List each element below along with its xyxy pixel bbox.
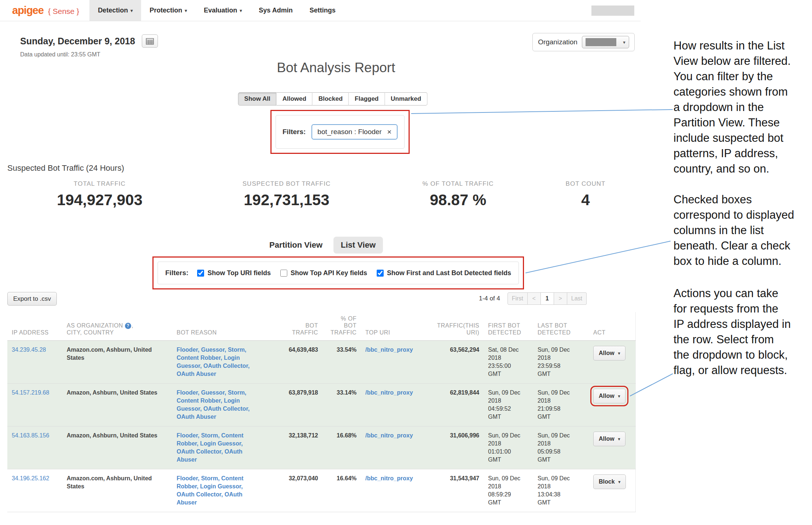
table-row: 34.196.25.162Amazon.com, Ashburn, United…	[7, 469, 635, 512]
bot-reason-link[interactable]: OAuth Collector,	[177, 448, 223, 455]
action-label: Block	[599, 478, 615, 485]
pagination-page-button[interactable]: 1	[541, 292, 554, 305]
column-filter-show-first-and-last-bot-detected-fields[interactable]: Show First and Last Bot Detected fields	[377, 269, 511, 277]
bot-reason-link[interactable]: OAuth Abuser	[177, 371, 216, 377]
pagination-next-button[interactable]: >	[554, 292, 567, 305]
action-dropdown[interactable]: Allow▾	[593, 432, 625, 446]
page: apigee { Sense } Detection▾Protection▾Ev…	[0, 0, 812, 525]
col-header-first-bot-detected: FIRST BOTDETECTED	[484, 312, 533, 341]
nav-item-evaluation[interactable]: Evaluation▾	[195, 0, 250, 21]
checkbox-show-first-and-last-bot-detected-fields[interactable]	[377, 270, 384, 277]
top-uri-cell: /bbc_nitro_proxy	[361, 426, 429, 469]
bot-reason-link[interactable]: Content Robber,	[177, 398, 222, 404]
ip-address-link[interactable]: 34.239.45.28	[12, 347, 46, 353]
bot-reason-cell: Flooder, Guessor, Storm, Content Robber,…	[172, 341, 262, 384]
tab-list-view[interactable]: List View	[333, 237, 383, 254]
nav-item-sys-admin[interactable]: Sys Admin	[250, 0, 301, 21]
table-header-row: IP ADDRESSAS ORGANIZATION?,CITY, COUNTRY…	[7, 312, 635, 341]
tab-flagged[interactable]: Flagged	[349, 92, 385, 106]
bot-reason-link[interactable]: OAuth Abuser	[177, 414, 216, 420]
info-icon[interactable]: ?	[125, 323, 131, 329]
col-header-as-organization-city-country: AS ORGANIZATION?,CITY, COUNTRY	[62, 312, 172, 341]
ip-address-link[interactable]: 54.157.219.68	[12, 389, 49, 396]
bot-reason-link[interactable]: Flooder,	[177, 347, 199, 353]
pagination-first-button[interactable]: First	[508, 292, 528, 305]
tab-allowed[interactable]: Allowed	[277, 92, 313, 106]
organization-label: Organization	[538, 38, 577, 46]
redacted-user-info	[591, 5, 634, 16]
action-label: Allow	[599, 436, 614, 442]
bot-traffic-cell: 32,073,040	[262, 469, 322, 512]
action-dropdown[interactable]: Block▾	[593, 474, 626, 489]
tab-unmarked[interactable]: Unmarked	[385, 92, 427, 106]
nav-item-detection[interactable]: Detection▾	[89, 0, 141, 21]
tab-blocked[interactable]: Blocked	[313, 92, 349, 106]
organization-dropdown[interactable]: ▾	[582, 36, 629, 48]
action-dropdown[interactable]: Allow▾	[593, 389, 625, 403]
bot-reason-link[interactable]: Storm,	[228, 347, 247, 353]
bot-reason-link[interactable]: Flooder,	[177, 432, 199, 439]
data-updated-note: Data updated until: 23:55 GMT	[20, 51, 158, 58]
bot-reason-cell: Flooder, Storm, Content Robber, Login Gu…	[172, 426, 262, 469]
last-bot-detected-cell: Sun, 09 Dec 2018 13:04:38 GMT	[533, 469, 589, 512]
checkbox-label: Show First and Last Bot Detected fields	[387, 269, 511, 277]
bot-reason-link[interactable]: Flooder,	[177, 389, 199, 396]
calendar-button[interactable]	[142, 34, 158, 48]
tab-show-all[interactable]: Show All	[238, 92, 277, 106]
ip-address-cell: 54.163.85.156	[7, 426, 62, 469]
ip-address-link[interactable]: 54.163.85.156	[12, 432, 49, 439]
bot-reason-link[interactable]: Content Robber,	[177, 355, 222, 361]
checkbox-show-top-api-key-fields[interactable]	[280, 270, 287, 277]
bot-reason-link[interactable]: OAuth Collector,	[177, 491, 223, 498]
first-bot-detected-cell: Sun, 09 Dec 2018 04:59:52 GMT	[484, 384, 533, 426]
top-uri-link[interactable]: /bbc_nitro_proxy	[365, 347, 413, 353]
col-header-act: ACT	[589, 312, 635, 341]
column-filter-show-top-uri-fields[interactable]: Show Top URI fields	[197, 269, 271, 277]
bot-reason-link[interactable]: Flooder,	[177, 475, 199, 481]
organization-selector: Organization ▾	[532, 33, 635, 51]
pagination-last-button[interactable]: Last	[567, 292, 587, 305]
bot-reason-link[interactable]: Storm,	[201, 475, 220, 481]
bot-reason-link[interactable]: OAuth Collector,	[203, 406, 250, 412]
pct-bot-traffic-cell: 16.64%	[322, 469, 361, 512]
top-uri-link[interactable]: /bbc_nitro_proxy	[365, 432, 413, 439]
action-dropdown[interactable]: Allow▾	[593, 346, 625, 361]
bot-reason-link[interactable]: Login Guessor,	[200, 483, 243, 489]
checkbox-show-top-uri-fields[interactable]	[197, 270, 204, 277]
top-uri-link[interactable]: /bbc_nitro_proxy	[365, 475, 413, 481]
ip-address-link[interactable]: 34.196.25.162	[12, 475, 49, 481]
ip-address-cell: 34.196.25.162	[7, 469, 62, 512]
remove-filter-button[interactable]: ✕	[387, 129, 392, 136]
column-filter-show-top-api-key-fields[interactable]: Show Top API Key fields	[280, 269, 367, 277]
bot-reason-link[interactable]: Storm,	[201, 432, 220, 439]
col-header-top-uri: TOP URI	[361, 312, 429, 341]
tab-partition-view[interactable]: Partition View	[262, 237, 330, 254]
annotation-connector-line	[525, 241, 671, 273]
nav-item-settings[interactable]: Settings	[301, 0, 344, 21]
bot-reason-link[interactable]: Login Guessor,	[200, 440, 243, 447]
table-row: 34.239.45.28Amazon.com, Ashburn, United …	[7, 341, 635, 384]
bot-reason-link[interactable]: Storm,	[228, 389, 247, 396]
pct-bot-traffic-cell: 33.14%	[322, 384, 361, 426]
nav-item-protection[interactable]: Protection▾	[141, 0, 195, 21]
stat-label: TOTAL TRAFFIC	[57, 180, 143, 188]
bot-reason-link[interactable]: OAuth Collector,	[203, 363, 250, 369]
action-label: Allow	[599, 393, 614, 399]
stat-label: SUSPECTED BOT TRAFFIC	[243, 180, 331, 188]
logo-text: apigee	[12, 4, 44, 16]
top-uri-link[interactable]: /bbc_nitro_proxy	[365, 389, 413, 396]
bot-reason-link[interactable]: Guessor,	[201, 347, 226, 353]
chevron-down-icon: ▾	[623, 40, 625, 45]
stat-of-total-traffic: % OF TOTAL TRAFFIC98.87 %	[422, 180, 494, 209]
chevron-down-icon: ▾	[240, 8, 242, 13]
filter-box: Filters: bot_reason : Flooder ✕	[276, 115, 405, 149]
bot-reason-link[interactable]: Guessor,	[201, 389, 226, 396]
as-organization-cell: Amazon, Ashburn, United States	[62, 426, 172, 469]
col-header-last-bot-detected: LAST BOTDETECTED	[533, 312, 589, 341]
export-csv-button[interactable]: Export to .csv	[7, 292, 57, 306]
first-bot-detected-cell: Sun, 09 Dec 2018 01:01:00 GMT	[484, 426, 533, 469]
checkbox-label: Show Top API Key fields	[291, 269, 367, 277]
pagination-prev-button[interactable]: <	[528, 292, 541, 305]
chevron-down-icon: ▾	[619, 480, 621, 484]
bot-list-table: IP ADDRESSAS ORGANIZATION?,CITY, COUNTRY…	[7, 312, 636, 512]
